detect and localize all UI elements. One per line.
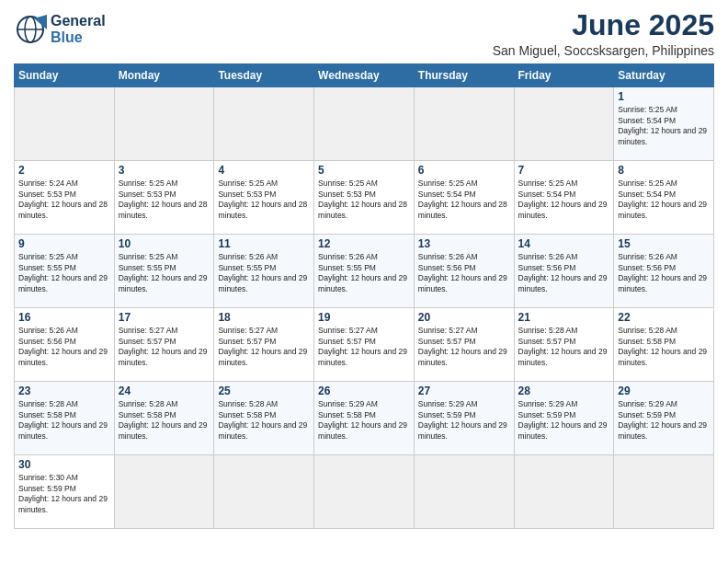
header: General Blue June 2025 San Miguel, Soccs… bbox=[14, 9, 714, 58]
calendar-cell: 6 Sunrise: 5:25 AM Sunset: 5:54 PM Dayli… bbox=[414, 161, 514, 235]
day-number: 8 bbox=[618, 164, 710, 177]
calendar-cell: 5 Sunrise: 5:25 AM Sunset: 5:53 PM Dayli… bbox=[314, 161, 415, 235]
cell-content: Sunrise: 5:28 AM Sunset: 5:57 PM Dayligh… bbox=[518, 326, 610, 368]
day-number: 1 bbox=[618, 90, 710, 103]
day-number: 11 bbox=[218, 237, 310, 250]
logo: General Blue bbox=[14, 13, 106, 46]
day-number: 20 bbox=[418, 311, 510, 324]
cell-content: Sunrise: 5:24 AM Sunset: 5:53 PM Dayligh… bbox=[18, 178, 110, 221]
cell-content: Sunrise: 5:28 AM Sunset: 5:58 PM Dayligh… bbox=[119, 399, 210, 442]
cell-content: Sunrise: 5:27 AM Sunset: 5:57 PM Dayligh… bbox=[418, 326, 510, 368]
cell-content: Sunrise: 5:27 AM Sunset: 5:57 PM Dayligh… bbox=[119, 326, 210, 368]
day-number: 28 bbox=[518, 385, 610, 397]
calendar-cell: 26 Sunrise: 5:29 AM Sunset: 5:58 PM Dayl… bbox=[314, 382, 415, 455]
day-number: 3 bbox=[119, 164, 210, 177]
calendar-header-tuesday: Tuesday bbox=[214, 64, 314, 87]
calendar-cell bbox=[514, 455, 614, 529]
cell-content: Sunrise: 5:26 AM Sunset: 5:56 PM Dayligh… bbox=[418, 252, 510, 294]
calendar-header-monday: Monday bbox=[114, 64, 214, 87]
calendar-cell bbox=[614, 455, 714, 529]
cell-content: Sunrise: 5:28 AM Sunset: 5:58 PM Dayligh… bbox=[218, 399, 310, 442]
calendar-week-row: 1 Sunrise: 5:25 AM Sunset: 5:54 PM Dayli… bbox=[15, 87, 714, 161]
calendar-header-row: SundayMondayTuesdayWednesdayThursdayFrid… bbox=[15, 64, 714, 87]
day-number: 7 bbox=[518, 164, 610, 177]
day-number: 19 bbox=[318, 311, 410, 324]
calendar-cell: 19 Sunrise: 5:27 AM Sunset: 5:57 PM Dayl… bbox=[314, 308, 415, 382]
calendar-cell: 1 Sunrise: 5:25 AM Sunset: 5:54 PM Dayli… bbox=[614, 87, 714, 161]
month-year-title: June 2025 bbox=[493, 9, 714, 41]
calendar-week-row: 9 Sunrise: 5:25 AM Sunset: 5:55 PM Dayli… bbox=[15, 235, 714, 308]
day-number: 25 bbox=[218, 385, 310, 397]
day-number: 15 bbox=[618, 237, 710, 250]
day-number: 4 bbox=[218, 164, 310, 177]
cell-content: Sunrise: 5:28 AM Sunset: 5:58 PM Dayligh… bbox=[618, 326, 710, 368]
calendar-cell: 7 Sunrise: 5:25 AM Sunset: 5:54 PM Dayli… bbox=[514, 161, 614, 235]
calendar-cell: 12 Sunrise: 5:26 AM Sunset: 5:55 PM Dayl… bbox=[314, 235, 415, 308]
calendar-cell: 28 Sunrise: 5:29 AM Sunset: 5:59 PM Dayl… bbox=[514, 382, 614, 455]
calendar-cell bbox=[314, 455, 415, 529]
calendar-cell: 4 Sunrise: 5:25 AM Sunset: 5:53 PM Dayli… bbox=[214, 161, 314, 235]
location-subtitle: San Miguel, Soccsksargen, Philippines bbox=[493, 43, 714, 58]
cell-content: Sunrise: 5:25 AM Sunset: 5:55 PM Dayligh… bbox=[119, 252, 210, 294]
day-number: 9 bbox=[18, 237, 110, 250]
calendar-cell: 17 Sunrise: 5:27 AM Sunset: 5:57 PM Dayl… bbox=[114, 308, 214, 382]
calendar-cell: 27 Sunrise: 5:29 AM Sunset: 5:59 PM Dayl… bbox=[414, 382, 514, 455]
cell-content: Sunrise: 5:27 AM Sunset: 5:57 PM Dayligh… bbox=[318, 326, 410, 368]
cell-content: Sunrise: 5:27 AM Sunset: 5:57 PM Dayligh… bbox=[218, 326, 310, 368]
calendar-cell: 16 Sunrise: 5:26 AM Sunset: 5:56 PM Dayl… bbox=[15, 308, 115, 382]
calendar-cell: 18 Sunrise: 5:27 AM Sunset: 5:57 PM Dayl… bbox=[214, 308, 314, 382]
day-number: 14 bbox=[518, 237, 610, 250]
cell-content: Sunrise: 5:25 AM Sunset: 5:54 PM Dayligh… bbox=[418, 178, 510, 221]
calendar-header-friday: Friday bbox=[514, 64, 614, 87]
calendar-cell: 24 Sunrise: 5:28 AM Sunset: 5:58 PM Dayl… bbox=[114, 382, 214, 455]
calendar-header-wednesday: Wednesday bbox=[314, 64, 415, 87]
calendar-cell: 10 Sunrise: 5:25 AM Sunset: 5:55 PM Dayl… bbox=[114, 235, 214, 308]
calendar-week-row: 2 Sunrise: 5:24 AM Sunset: 5:53 PM Dayli… bbox=[15, 161, 714, 235]
cell-content: Sunrise: 5:29 AM Sunset: 5:58 PM Dayligh… bbox=[318, 399, 410, 442]
calendar-header-saturday: Saturday bbox=[614, 64, 714, 87]
day-number: 6 bbox=[418, 164, 510, 177]
cell-content: Sunrise: 5:26 AM Sunset: 5:56 PM Dayligh… bbox=[618, 252, 710, 294]
calendar-cell bbox=[414, 87, 514, 161]
calendar-week-row: 30 Sunrise: 5:30 AM Sunset: 5:59 PM Dayl… bbox=[15, 455, 714, 529]
calendar-cell: 23 Sunrise: 5:28 AM Sunset: 5:58 PM Dayl… bbox=[15, 382, 115, 455]
calendar-cell: 25 Sunrise: 5:28 AM Sunset: 5:58 PM Dayl… bbox=[214, 382, 314, 455]
calendar-week-row: 16 Sunrise: 5:26 AM Sunset: 5:56 PM Dayl… bbox=[15, 308, 714, 382]
calendar-cell bbox=[15, 87, 115, 161]
calendar-table: SundayMondayTuesdayWednesdayThursdayFrid… bbox=[14, 63, 714, 529]
logo-text: General Blue bbox=[51, 13, 106, 45]
calendar-cell: 14 Sunrise: 5:26 AM Sunset: 5:56 PM Dayl… bbox=[514, 235, 614, 308]
day-number: 22 bbox=[618, 311, 710, 324]
calendar-week-row: 23 Sunrise: 5:28 AM Sunset: 5:58 PM Dayl… bbox=[15, 382, 714, 455]
calendar-header-sunday: Sunday bbox=[15, 64, 115, 87]
calendar-cell: 13 Sunrise: 5:26 AM Sunset: 5:56 PM Dayl… bbox=[414, 235, 514, 308]
calendar-cell: 15 Sunrise: 5:26 AM Sunset: 5:56 PM Dayl… bbox=[614, 235, 714, 308]
calendar-cell bbox=[114, 87, 214, 161]
cell-content: Sunrise: 5:26 AM Sunset: 5:56 PM Dayligh… bbox=[18, 326, 110, 368]
cell-content: Sunrise: 5:29 AM Sunset: 5:59 PM Dayligh… bbox=[618, 399, 710, 442]
logo-icon bbox=[14, 13, 47, 46]
cell-content: Sunrise: 5:25 AM Sunset: 5:53 PM Dayligh… bbox=[119, 178, 210, 221]
day-number: 12 bbox=[318, 237, 410, 250]
cell-content: Sunrise: 5:25 AM Sunset: 5:54 PM Dayligh… bbox=[618, 178, 710, 221]
calendar-cell: 8 Sunrise: 5:25 AM Sunset: 5:54 PM Dayli… bbox=[614, 161, 714, 235]
day-number: 26 bbox=[318, 385, 410, 397]
cell-content: Sunrise: 5:26 AM Sunset: 5:56 PM Dayligh… bbox=[518, 252, 610, 294]
calendar-cell bbox=[214, 87, 314, 161]
cell-content: Sunrise: 5:25 AM Sunset: 5:53 PM Dayligh… bbox=[218, 178, 310, 221]
day-number: 21 bbox=[518, 311, 610, 324]
day-number: 24 bbox=[119, 385, 210, 397]
day-number: 27 bbox=[418, 385, 510, 397]
calendar-cell bbox=[314, 87, 415, 161]
cell-content: Sunrise: 5:26 AM Sunset: 5:55 PM Dayligh… bbox=[218, 252, 310, 294]
cell-content: Sunrise: 5:25 AM Sunset: 5:55 PM Dayligh… bbox=[18, 252, 110, 294]
cell-content: Sunrise: 5:28 AM Sunset: 5:58 PM Dayligh… bbox=[18, 399, 110, 442]
cell-content: Sunrise: 5:29 AM Sunset: 5:59 PM Dayligh… bbox=[418, 399, 510, 442]
calendar-cell: 9 Sunrise: 5:25 AM Sunset: 5:55 PM Dayli… bbox=[15, 235, 115, 308]
cell-content: Sunrise: 5:25 AM Sunset: 5:53 PM Dayligh… bbox=[318, 178, 410, 221]
calendar-cell: 11 Sunrise: 5:26 AM Sunset: 5:55 PM Dayl… bbox=[214, 235, 314, 308]
day-number: 29 bbox=[618, 385, 710, 397]
calendar-cell bbox=[214, 455, 314, 529]
day-number: 5 bbox=[318, 164, 410, 177]
calendar-cell bbox=[514, 87, 614, 161]
